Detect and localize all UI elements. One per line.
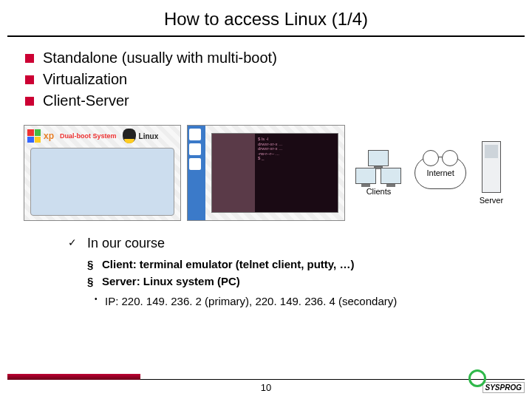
course-item-server: Server: Linux system (PC) bbox=[87, 273, 511, 290]
internet-cloud-icon: Internet bbox=[415, 157, 466, 189]
linux-label: Linux bbox=[139, 132, 159, 140]
title-underline bbox=[7, 35, 525, 37]
main-bullet-list: Standalone (usually with multi-boot) Vir… bbox=[21, 47, 511, 112]
slide-footer: 10 SYSPROG bbox=[0, 375, 532, 396]
footer-accent-bar bbox=[7, 374, 140, 380]
bullet-client-server: Client-Server bbox=[21, 90, 511, 112]
clients-icon bbox=[355, 150, 401, 184]
images-row: xp Dual-boot System Linux $ ls -ldrwxr-x… bbox=[21, 125, 511, 221]
bullet-standalone: Standalone (usually with multi-boot) bbox=[21, 47, 511, 69]
tux-icon bbox=[123, 129, 136, 143]
server-label: Server bbox=[480, 196, 503, 205]
host-desktop-icon bbox=[188, 126, 205, 220]
gear-icon bbox=[468, 369, 486, 387]
course-item-client: Client: terminal emulator (telnet client… bbox=[87, 256, 511, 273]
bullet-virtualization: Virtualization bbox=[21, 69, 511, 90]
course-items: Client: terminal emulator (telnet client… bbox=[68, 256, 511, 290]
sysprog-logo: SYSPROG bbox=[466, 368, 525, 393]
slide-content: Standalone (usually with multi-boot) Vir… bbox=[0, 47, 532, 310]
page-number: 10 bbox=[261, 382, 271, 393]
internet-label: Internet bbox=[426, 168, 454, 177]
course-sublist: In our course Client: terminal emulator … bbox=[21, 236, 511, 310]
ip-line: IP: 220. 149. 236. 2 (primary), 220. 149… bbox=[95, 293, 511, 310]
ip-list: IP: 220. 149. 236. 2 (primary), 220. 149… bbox=[68, 293, 511, 310]
server-icon bbox=[482, 141, 501, 193]
clients-label: Clients bbox=[366, 187, 392, 196]
slide-title: How to access Linux (1/4) bbox=[0, 0, 532, 35]
standalone-image: xp Dual-boot System Linux bbox=[24, 125, 181, 221]
vm-window-icon: $ ls -ldrwxr-xr-x ...drwxr-xr-x ...-rw-r… bbox=[211, 133, 338, 213]
course-heading: In our course bbox=[68, 236, 511, 251]
umpc-device-icon bbox=[30, 148, 174, 216]
virtualization-image: $ ls -ldrwxr-xr-x ...drwxr-xr-x ...-rw-r… bbox=[187, 125, 344, 221]
client-server-image: Clients Internet Server bbox=[351, 125, 508, 221]
windows-logo-icon bbox=[27, 129, 41, 143]
xp-label: xp bbox=[44, 131, 54, 141]
dualboot-label: Dual-boot System bbox=[60, 132, 117, 140]
logo-text: SYSPROG bbox=[482, 382, 525, 393]
